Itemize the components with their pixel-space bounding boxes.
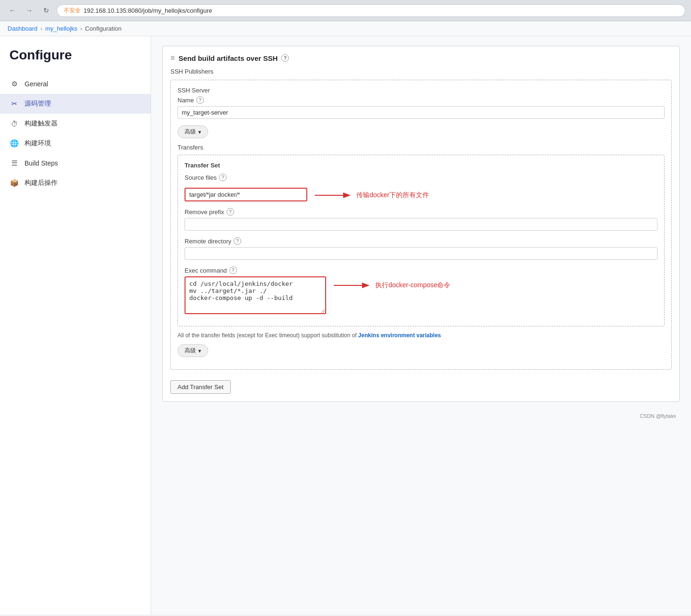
ssh-server-label: SSH Server: [177, 87, 210, 94]
exec-command-help-icon[interactable]: ?: [229, 266, 237, 274]
sidebar-item-post-build[interactable]: 📦 构建后操作: [0, 173, 151, 193]
breadcrumb-current: Configuration: [85, 25, 121, 32]
source-files-label: Source files ?: [185, 174, 657, 181]
source-files-annotation: 传输docker下的所有文件: [356, 191, 429, 200]
name-input[interactable]: [177, 106, 665, 119]
annotation-arrow-2: [334, 280, 371, 291]
breadcrumb: Dashboard › my_hellojks › Configuration: [0, 21, 691, 36]
exec-command-annotation: 执行docker-compose命令: [375, 281, 451, 290]
section-header: ≡ Send build artifacts over SSH ?: [170, 54, 672, 62]
page-title: Configure: [0, 48, 151, 74]
sidebar-label-source-mgmt: 源码管理: [25, 100, 51, 108]
add-transfer-set-button[interactable]: Add Transfer Set: [170, 380, 231, 394]
advanced-label-1: 高级: [185, 128, 196, 136]
field-group-remote-directory: Remote directory ?: [185, 237, 657, 260]
url-text: 192.168.10.135:8080/job/my_hellojks/conf…: [84, 7, 212, 14]
chevron-down-icon: ▾: [198, 129, 201, 135]
footer-credit: CSDN @flytalei: [162, 409, 680, 421]
name-help-icon[interactable]: ?: [196, 96, 204, 104]
env-icon: 🌐: [9, 139, 19, 148]
jenkins-env-vars-link[interactable]: Jenkins environment variables: [358, 332, 441, 339]
back-button[interactable]: ←: [6, 4, 19, 17]
section-panel: ≡ Send build artifacts over SSH ? SSH Pu…: [162, 46, 680, 402]
name-label-text: Name: [177, 97, 194, 104]
sidebar-item-build-trigger[interactable]: ⏱ 构建触发器: [0, 114, 151, 133]
info-text-before: All of the transfer fields (except for E…: [177, 332, 358, 339]
sidebar-label-build-trigger: 构建触发器: [25, 119, 58, 128]
source-files-input[interactable]: [185, 188, 307, 201]
ssh-publishers-label: SSH Publishers: [170, 68, 672, 75]
exec-command-label: Exec command ?: [185, 266, 326, 274]
advanced-label-2: 高级: [185, 347, 196, 355]
breadcrumb-dashboard[interactable]: Dashboard: [8, 25, 38, 32]
security-warning: 不安全: [64, 7, 81, 15]
remove-prefix-input[interactable]: [185, 218, 657, 231]
post-build-icon: 📦: [9, 178, 19, 188]
name-field-label: SSH Server: [177, 87, 665, 94]
reload-button[interactable]: ↻: [40, 4, 53, 17]
sidebar-item-source-mgmt[interactable]: ✂ 源码管理: [0, 94, 151, 114]
transfers-label: Transfers: [177, 144, 665, 151]
sidebar-label-post-build: 构建后操作: [25, 179, 58, 187]
sidebar-item-build-steps[interactable]: ☰ Build Steps: [0, 153, 151, 173]
content-area: ≡ Send build artifacts over SSH ? SSH Pu…: [151, 36, 691, 615]
sidebar-item-build-env[interactable]: 🌐 构建环境: [0, 133, 151, 153]
trigger-icon: ⏱: [9, 119, 19, 128]
steps-icon: ☰: [9, 158, 19, 168]
section-title: Send build artifacts over SSH: [178, 54, 278, 62]
field-group-source-files: Source files ?: [185, 174, 657, 181]
source-icon: ✂: [9, 99, 19, 108]
advanced-button-2[interactable]: 高级 ▾: [177, 344, 208, 357]
remote-directory-help-icon[interactable]: ?: [234, 237, 241, 245]
info-text: All of the transfer fields (except for E…: [177, 331, 665, 340]
name-sub-label: Name ?: [177, 96, 665, 104]
remove-prefix-label: Remove prefix ?: [185, 208, 657, 216]
remove-prefix-help-icon[interactable]: ?: [227, 208, 234, 216]
remote-directory-input[interactable]: [185, 247, 657, 260]
ssh-server-box: SSH Server Name ? 高级 ▾ Transfers: [170, 80, 672, 370]
exec-command-textarea[interactable]: cd /usr/local/jenkins/docker mv ../targe…: [185, 276, 326, 314]
sidebar-label-build-steps: Build Steps: [25, 159, 58, 167]
source-files-help-icon[interactable]: ?: [219, 174, 227, 181]
forward-button[interactable]: →: [23, 4, 36, 17]
annotation-arrow-1: [315, 190, 353, 201]
sidebar: Configure ⚙ General ✂ 源码管理 ⏱ 构建触发器 🌐 构建环…: [0, 36, 151, 615]
main-layout: Configure ⚙ General ✂ 源码管理 ⏱ 构建触发器 🌐 构建环…: [0, 36, 691, 615]
transfer-set-label: Transfer Set: [185, 162, 657, 169]
address-bar[interactable]: 不安全 192.168.10.135:8080/job/my_hellojks/…: [57, 4, 685, 17]
transfers-inner-box: Transfer Set Source files ?: [177, 155, 665, 326]
breadcrumb-job[interactable]: my_hellojks: [45, 25, 77, 32]
field-group-remove-prefix: Remove prefix ?: [185, 208, 657, 231]
sidebar-item-general[interactable]: ⚙ General: [0, 74, 151, 94]
field-group-name: SSH Server Name ?: [177, 87, 665, 119]
gear-icon: ⚙: [9, 79, 19, 89]
drag-icon: ≡: [170, 54, 175, 62]
remote-directory-label: Remote directory ?: [185, 237, 657, 245]
browser-chrome: ← → ↻ 不安全 192.168.10.135:8080/job/my_hel…: [0, 0, 691, 21]
section-help-icon[interactable]: ?: [281, 54, 289, 62]
advanced-button-1[interactable]: 高级 ▾: [177, 125, 208, 138]
sidebar-label-general: General: [25, 80, 48, 88]
sidebar-label-build-env: 构建环境: [25, 139, 51, 148]
chevron-down-icon-2: ▾: [198, 348, 201, 354]
